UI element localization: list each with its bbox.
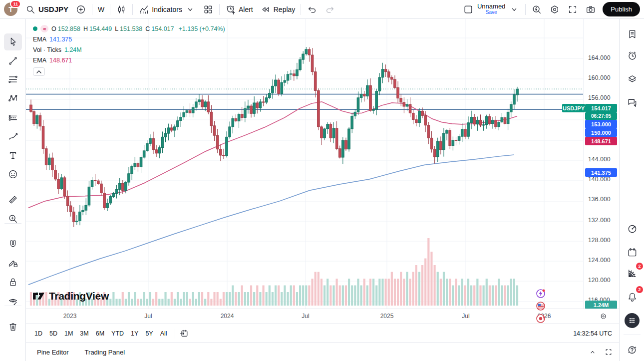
range-all[interactable]: All <box>157 328 171 339</box>
price-label-chip: 150.000 <box>585 128 617 137</box>
go-to-date-icon[interactable] <box>179 329 189 339</box>
indicator-value: 1.24M <box>64 46 82 53</box>
object-tree-icon <box>627 73 638 85</box>
legend-indicator-row[interactable]: EMA148.671 <box>33 57 228 64</box>
undo-button[interactable] <box>303 2 321 17</box>
chart-style-button[interactable] <box>112 2 130 17</box>
tool-ruler[interactable] <box>4 191 22 208</box>
range-ytd[interactable]: YTD <box>108 328 127 339</box>
watchlist-icon <box>627 28 638 40</box>
range-6m[interactable]: 6M <box>92 328 108 339</box>
range-1m[interactable]: 1M <box>61 328 76 339</box>
toolbar-separator <box>219 4 220 15</box>
legend-indicator-row[interactable]: EMA141.375 <box>33 36 228 43</box>
layout-menu-button[interactable] <box>505 2 523 17</box>
symbol-search-button[interactable]: USDJPY <box>21 2 72 17</box>
price-label-chip: 06:27:05 <box>585 112 617 120</box>
cursor-icon <box>7 36 18 47</box>
tool-magnet[interactable] <box>4 236 22 253</box>
tool-xabcd-pattern[interactable] <box>4 90 22 107</box>
interval-label: W <box>98 5 104 13</box>
time-tick: Jul <box>144 313 152 320</box>
price-axis[interactable]: 164.000160.000156.000144.000140.000136.0… <box>583 19 619 309</box>
layout-name-group[interactable]: Unnamed Save <box>477 3 505 15</box>
replay-label: Replay <box>274 5 296 13</box>
panel-expand-chevron-icon[interactable] <box>588 348 597 357</box>
tradingview-app: T 11 USDJPY W Indicators Alert <box>0 0 644 361</box>
flash-event-icon[interactable] <box>536 289 546 299</box>
screener-target-icon <box>627 223 638 235</box>
clock-utc[interactable]: 14:32:54 UTC <box>573 330 614 337</box>
toolbar-divider <box>4 306 21 306</box>
camera-icon <box>585 4 596 15</box>
tool-trend-line[interactable] <box>4 52 22 69</box>
sidebar-apps-grid[interactable] <box>625 313 640 328</box>
indicator-title: Vol · Ticks <box>33 46 61 53</box>
range-3m[interactable]: 3M <box>76 328 92 339</box>
tab-pine-editor[interactable]: Pine Editor <box>32 346 74 359</box>
save-link[interactable]: Save <box>486 10 497 15</box>
ohlc-values: O152.858H154.449L151.538C154.017+1.135 (… <box>51 25 228 32</box>
snapshot-button[interactable] <box>582 2 600 17</box>
tool-projection[interactable] <box>4 109 22 126</box>
tool-zoom-in[interactable] <box>4 210 22 227</box>
chevron-up-icon <box>33 66 44 77</box>
price-tick: 144.000 <box>588 156 611 163</box>
sidebar-watchlist[interactable] <box>623 25 641 43</box>
quick-search-button[interactable] <box>528 2 546 17</box>
quick-search-icon <box>531 4 542 15</box>
sidebar-screener-target[interactable] <box>623 220 641 238</box>
tool-lock[interactable] <box>4 274 22 291</box>
flag-event-icon[interactable] <box>536 301 546 311</box>
sidebar-object-tree[interactable] <box>623 70 641 88</box>
tool-fib-retracement[interactable] <box>4 71 22 88</box>
legend-collapse-button[interactable] <box>33 67 45 76</box>
sidebar-chat[interactable] <box>623 93 641 111</box>
gear-icon <box>549 4 560 15</box>
help-icon <box>627 344 638 356</box>
tool-hide-drawings[interactable] <box>4 293 22 310</box>
create-alert-button[interactable]: Alert <box>222 2 257 17</box>
sidebar-notifications-bell[interactable]: 2 <box>623 288 641 306</box>
layout-select-button[interactable] <box>459 2 477 17</box>
tool-text-tool[interactable] <box>4 147 22 164</box>
user-avatar[interactable]: T 11 <box>4 2 17 16</box>
time-axis[interactable]: 2023Jul2024Jul2025Jul2026 <box>26 309 619 324</box>
redo-button[interactable] <box>321 2 339 17</box>
interval-button[interactable]: W <box>94 2 108 17</box>
range-5d[interactable]: 5D <box>46 328 61 339</box>
magnet-icon <box>7 239 18 250</box>
compare-add-button[interactable] <box>72 2 90 17</box>
remove-objects-icon <box>7 321 18 332</box>
range-5y[interactable]: 5Y <box>142 328 156 339</box>
tool-brush[interactable] <box>4 128 22 145</box>
chart-settings-button[interactable] <box>546 2 564 17</box>
price-tick: 124.000 <box>588 257 611 264</box>
tab-trading-panel[interactable]: Trading Panel <box>80 346 130 359</box>
sidebar-calendar[interactable] <box>623 243 641 261</box>
tool-drawing-edit[interactable] <box>4 255 22 272</box>
legend-indicator-row[interactable]: Vol · Ticks1.24M <box>33 46 228 53</box>
sidebar-news-web[interactable]: 2 <box>623 264 641 282</box>
right-sidebar: 22 <box>619 19 644 361</box>
panel-maximize-icon[interactable] <box>604 348 613 357</box>
indicators-button[interactable]: Indicators <box>135 2 199 17</box>
axis-settings-gear-icon[interactable] <box>599 312 608 321</box>
publish-button[interactable]: Publish <box>603 2 640 16</box>
drawing-toolbar <box>0 19 26 361</box>
sidebar-alerts-clock[interactable] <box>623 46 641 64</box>
sidebar-help[interactable] <box>623 341 641 359</box>
range-1y[interactable]: 1Y <box>127 328 142 339</box>
tool-remove-objects[interactable] <box>4 318 22 335</box>
price-tick: 140.000 <box>588 176 611 183</box>
replay-button[interactable]: Replay <box>257 2 299 17</box>
earnings-event-icon[interactable] <box>536 314 546 324</box>
badge-count: 2 <box>636 263 643 270</box>
legend-main-row[interactable]: ≈ O152.858H154.449L151.538C154.017+1.135… <box>33 25 228 32</box>
tool-emoji[interactable] <box>4 166 22 183</box>
indicator-templates-button[interactable] <box>199 2 217 17</box>
price-tick: 156.000 <box>588 94 611 101</box>
tool-cursor[interactable] <box>4 33 22 50</box>
fullscreen-button[interactable] <box>564 2 582 17</box>
range-1d[interactable]: 1D <box>31 328 46 339</box>
